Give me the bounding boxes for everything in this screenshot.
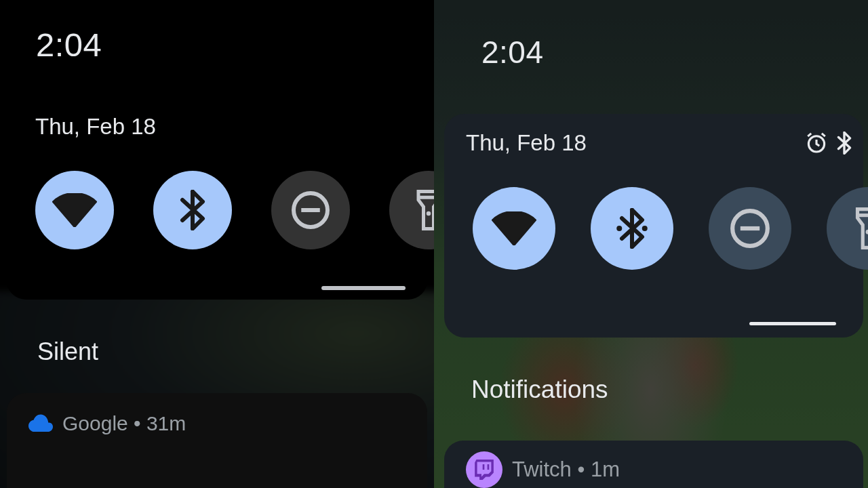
flashlight-icon xyxy=(855,207,868,249)
tiles-row-left xyxy=(35,171,414,249)
panel-left: 2:04 Thu, Feb 18 Silent xyxy=(0,0,434,488)
dnd-icon xyxy=(729,207,771,249)
wifi-icon xyxy=(52,193,97,227)
notification-card-right[interactable]: Twitch • 1m xyxy=(444,441,863,488)
svg-point-3 xyxy=(427,211,431,216)
wifi-tile[interactable] xyxy=(473,187,555,270)
svg-point-5 xyxy=(616,226,622,231)
date-right: Thu, Feb 18 xyxy=(466,130,587,156)
svg-point-10 xyxy=(866,230,868,235)
clock-left: 2:04 xyxy=(36,26,102,64)
bluetooth-connected-icon xyxy=(612,208,652,249)
bluetooth-tile[interactable] xyxy=(153,171,232,249)
quick-settings-panel-right: Thu, Feb 18 xyxy=(444,114,863,338)
twitch-icon xyxy=(466,451,502,488)
date-left: Thu, Feb 18 xyxy=(35,114,156,140)
wifi-icon xyxy=(492,211,536,245)
bluetooth-status-icon xyxy=(836,131,852,155)
dnd-tile[interactable] xyxy=(709,187,791,270)
bluetooth-tile[interactable] xyxy=(591,187,673,270)
wifi-tile[interactable] xyxy=(35,171,114,249)
dnd-icon xyxy=(290,190,331,230)
clock-right: 2:04 xyxy=(481,34,544,70)
notif-app-label-right: Twitch • 1m xyxy=(512,458,620,482)
alarm-icon xyxy=(805,131,828,155)
notif-app-label-left: Google • 31m xyxy=(62,412,186,435)
flashlight-tile[interactable] xyxy=(389,171,434,249)
notification-card-left[interactable]: Google • 31m xyxy=(7,393,427,488)
cloud-icon xyxy=(28,414,53,433)
flashlight-icon xyxy=(416,190,434,230)
page-indicator-left[interactable] xyxy=(321,286,406,290)
bluetooth-icon xyxy=(178,190,207,230)
dnd-tile[interactable] xyxy=(271,171,350,249)
flashlight-tile[interactable] xyxy=(827,187,868,270)
section-notifications: Notifications xyxy=(471,375,608,404)
section-silent: Silent xyxy=(37,338,98,366)
tiles-row-right xyxy=(473,187,855,270)
quick-settings-panel-left: Thu, Feb 18 xyxy=(7,102,427,300)
panel-right: 2:04 Thu, Feb 18 xyxy=(434,0,868,488)
page-indicator-right[interactable] xyxy=(749,322,836,325)
svg-point-6 xyxy=(642,226,648,231)
